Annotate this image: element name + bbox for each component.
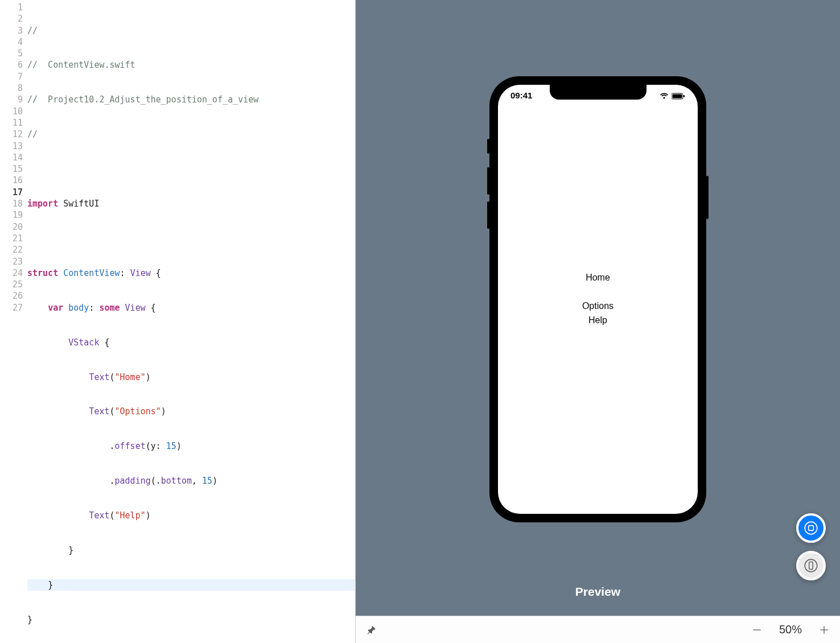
preview-pane: 09:41 Home Options Help [356,0,840,643]
zoom-out-button[interactable] [749,622,765,638]
device-screen: 09:41 Home Options Help [498,85,698,514]
device-settings-button[interactable] [796,551,826,580]
zoom-percent: 50% [777,623,804,636]
text-help: Help [588,315,607,327]
pin-button[interactable] [364,622,380,638]
text-home: Home [586,272,610,284]
preview-label: Preview [356,585,840,599]
device-volume-up [487,167,489,195]
text-options: Options [582,300,613,312]
svg-rect-6 [809,562,813,570]
device-frame: 09:41 Home Options Help [489,76,706,522]
svg-point-3 [805,522,817,534]
device-power-button [706,176,709,219]
device-mute-switch [487,139,489,154]
zoom-toolbar: 50% [356,616,840,643]
svg-point-5 [805,559,817,572]
preview-content: Home Options Help [498,85,698,514]
code-content[interactable]: // // ContentView.swift // Project10.2_A… [27,0,355,643]
line-number-gutter: 1 2 3 4 5 6 7 8 9 10 11 12 13 14 15 16 1… [0,0,27,643]
code-editor-pane[interactable]: 1 2 3 4 5 6 7 8 9 10 11 12 13 14 15 16 1… [0,0,356,643]
svg-rect-4 [809,526,814,531]
zoom-in-button[interactable] [816,622,832,638]
device-volume-down [487,201,489,229]
preview-canvas[interactable]: 09:41 Home Options Help [356,0,840,616]
device-notch [550,85,647,100]
live-preview-button[interactable] [796,513,826,543]
